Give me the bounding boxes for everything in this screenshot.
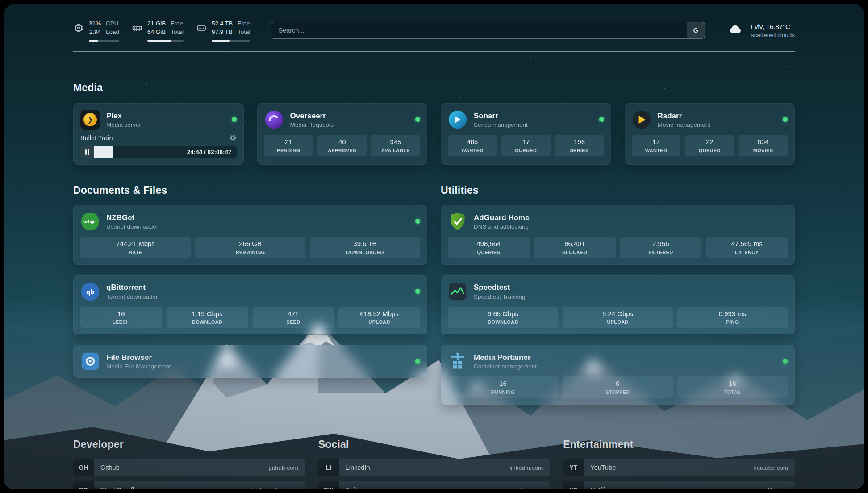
section-title-entertainment: Entertainment bbox=[563, 439, 795, 451]
stat-pending: 21 PENDING bbox=[264, 135, 313, 156]
bookmark-twitter[interactable]: TW Twitter twitter.com bbox=[318, 481, 550, 489]
stat-queued: 17 QUEUED bbox=[501, 135, 551, 156]
stat-total: 16 TOTAL bbox=[677, 376, 788, 398]
disk-labels: Free Total bbox=[238, 20, 250, 37]
gear-icon[interactable]: ⚙ bbox=[230, 134, 236, 142]
section-title-social: Social bbox=[318, 439, 550, 451]
memory-icon bbox=[132, 23, 142, 33]
stat-latency: 47.569 ms LATENCY bbox=[706, 237, 788, 258]
speedtest-icon bbox=[448, 282, 467, 301]
plex-card[interactable]: ❯ Plex Media server Bullet Train ⚙ bbox=[73, 103, 244, 165]
search-input[interactable] bbox=[271, 22, 686, 38]
stat-wanted: 485 WANTED bbox=[448, 135, 497, 156]
bookmark-group-entertainment: Entertainment YT YouTube youtube.com NF … bbox=[563, 439, 795, 489]
plex-icon: ❯ bbox=[80, 110, 100, 130]
pause-button[interactable] bbox=[80, 146, 94, 158]
stat-series: 196 SERIES bbox=[555, 135, 604, 156]
status-dot bbox=[415, 219, 420, 224]
filebrowser-card[interactable]: File Browser Media File Management bbox=[73, 345, 427, 378]
stat-running: 16 RUNNING bbox=[448, 376, 558, 398]
playback-time: 24:44 / 02:06:47 bbox=[187, 149, 237, 155]
service-subtitle: Container management bbox=[474, 363, 537, 370]
dashboard-content: 31% 2.94 CPU Load bbox=[73, 20, 795, 489]
service-name: Plex bbox=[106, 111, 141, 121]
overseerr-card[interactable]: Overseerr Media Requests 21 PENDING 40 A… bbox=[257, 103, 428, 165]
service-subtitle: Media File Management bbox=[106, 363, 171, 370]
bookmark-abbr: LI bbox=[318, 459, 339, 476]
memory-labels: Free Total bbox=[171, 20, 184, 37]
qbittorrent-card[interactable]: qb qBittorrent Torrent downloader bbox=[73, 275, 427, 335]
speedtest-card[interactable]: Speedtest Speedtest Tracking 9.65 Gbps D… bbox=[441, 275, 795, 335]
status-dot bbox=[415, 117, 420, 122]
bookmark-url: stackoverflow.com bbox=[249, 487, 298, 489]
portainer-icon bbox=[448, 351, 467, 371]
status-dot bbox=[232, 117, 237, 122]
service-name: File Browser bbox=[106, 353, 171, 362]
radarr-card[interactable]: Radarr Movie management 17 WANTED 22 QUE… bbox=[625, 103, 795, 165]
bookmark-group-social: Social LI LinkedIn linkedin.com TW Twitt… bbox=[318, 439, 550, 489]
service-subtitle: Torrent downloader bbox=[106, 293, 158, 300]
service-name: NZBGet bbox=[106, 213, 158, 222]
disk-values: 52.4 TB 97.9 TB bbox=[212, 20, 233, 37]
service-subtitle: DNS and adblocking bbox=[474, 223, 530, 230]
stat-upload: 9.24 Gbps UPLOAD bbox=[563, 307, 673, 328]
weather-widget: Lviv, 16.87°C scattered clouds bbox=[726, 22, 795, 38]
service-subtitle: Movie management bbox=[658, 121, 711, 128]
bookmark-url: netflix.com bbox=[759, 487, 788, 489]
stat-queries: 498,564 QUERIES bbox=[448, 237, 530, 258]
status-dot bbox=[783, 117, 788, 122]
resource-widgets: 31% 2.94 CPU Load bbox=[73, 20, 250, 42]
dashboard-screen: 31% 2.94 CPU Load bbox=[4, 4, 864, 489]
bookmark-linkedin[interactable]: LI LinkedIn linkedin.com bbox=[318, 459, 550, 476]
service-subtitle: Speedtest Tracking bbox=[474, 293, 526, 300]
bookmark-youtube[interactable]: YT YouTube youtube.com bbox=[563, 459, 795, 476]
nzbget-card[interactable]: nzbget NZBGet Usenet downloader 74 bbox=[73, 205, 427, 265]
service-name: Sonarr bbox=[474, 111, 528, 121]
status-dot bbox=[415, 359, 420, 364]
section-title-utilities: Utilities bbox=[441, 184, 795, 196]
stat-queued: 22 QUEUED bbox=[685, 135, 734, 156]
overseerr-icon bbox=[264, 110, 284, 130]
adguard-icon bbox=[448, 212, 467, 231]
filebrowser-icon bbox=[80, 351, 100, 371]
bookmark-netflix[interactable]: NF Netflix netflix.com bbox=[563, 481, 795, 489]
cpu-labels: CPU Load bbox=[106, 20, 119, 37]
stat-stopped: 0 STOPPED bbox=[563, 376, 673, 398]
bookmark-group-developer: Developer GH Github github.com SO StackO… bbox=[73, 439, 305, 489]
service-subtitle: Media server bbox=[106, 121, 141, 128]
service-subtitle: Usenet downloader bbox=[106, 223, 158, 230]
portainer-card[interactable]: Media Portainer Container management 16 … bbox=[441, 345, 795, 405]
section-utilities: Utilities bbox=[441, 184, 795, 405]
topbar-divider bbox=[73, 51, 795, 52]
stat-ping: 0.993 ms PING bbox=[677, 307, 788, 328]
cpu-values: 31% 2.94 bbox=[89, 20, 101, 37]
stat-rate: 744.21 Mbps RATE bbox=[80, 237, 191, 258]
stat-remaining: 266 GB REMAINING bbox=[195, 237, 305, 258]
service-subtitle: Media Requests bbox=[290, 121, 334, 128]
service-name: Radarr bbox=[658, 111, 711, 121]
service-name: Overseerr bbox=[290, 111, 334, 121]
status-dot bbox=[415, 289, 420, 294]
cpu-icon bbox=[73, 23, 84, 33]
memory-values: 21 GiB 64 GiB bbox=[147, 20, 166, 37]
bookmark-abbr: SO bbox=[73, 481, 94, 489]
bookmark-name: StackOverflow bbox=[100, 486, 142, 489]
cpu-usage-bar bbox=[89, 40, 119, 42]
section-media: Media ❯ Plex Media server Bullet Train bbox=[73, 82, 795, 165]
search-area: G bbox=[271, 22, 705, 39]
section-title-media: Media bbox=[73, 82, 795, 94]
playback-progress-fill bbox=[94, 146, 113, 158]
service-name: qBittorrent bbox=[106, 283, 158, 292]
cpu-widget: 31% 2.94 CPU Load bbox=[73, 20, 119, 42]
nzbget-icon: nzbget bbox=[80, 212, 100, 231]
bookmark-abbr: GH bbox=[73, 459, 94, 476]
bookmark-stackoverflow[interactable]: SO StackOverflow stackoverflow.com bbox=[73, 481, 305, 489]
sonarr-card[interactable]: Sonarr Series management 485 WANTED 17 Q… bbox=[441, 103, 611, 165]
service-name: AdGuard Home bbox=[474, 213, 530, 222]
adguard-card[interactable]: AdGuard Home DNS and adblocking 498,564 … bbox=[441, 205, 795, 265]
search-provider-button[interactable]: G bbox=[687, 22, 705, 38]
section-documents: Documents & Files nzbget bbox=[73, 184, 427, 378]
bookmark-github[interactable]: GH Github github.com bbox=[73, 459, 305, 476]
service-name: Media Portainer bbox=[474, 353, 537, 362]
memory-usage-bar bbox=[147, 40, 184, 42]
